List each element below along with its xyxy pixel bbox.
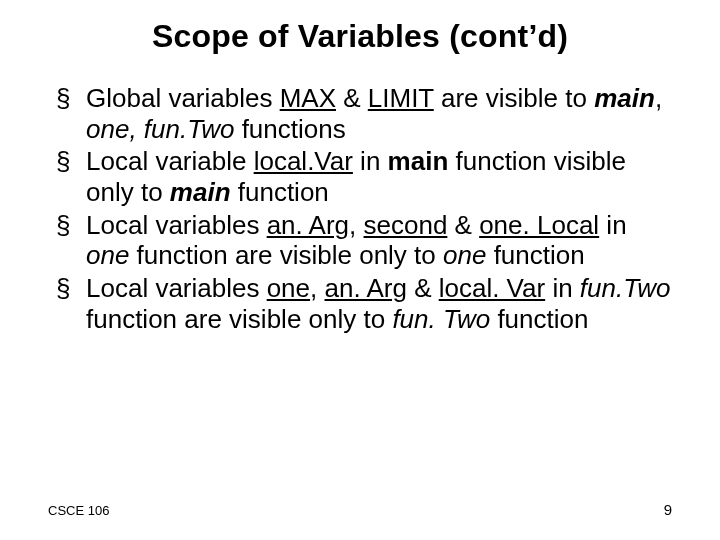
footer-page-number: 9 — [664, 501, 672, 518]
bullet-item: Local variable local.Var in main functio… — [56, 146, 672, 207]
bullet-item: Global variables MAX & LIMIT are visible… — [56, 83, 672, 144]
bullet-list: Global variables MAX & LIMIT are visible… — [48, 83, 672, 334]
slide-footer: CSCE 106 9 — [48, 501, 672, 518]
slide-title: Scope of Variables (cont’d) — [48, 18, 672, 55]
footer-left: CSCE 106 — [48, 503, 109, 518]
bullet-item: Local variables one, an. Arg & local. Va… — [56, 273, 672, 334]
bullet-item: Local variables an. Arg, second & one. L… — [56, 210, 672, 271]
